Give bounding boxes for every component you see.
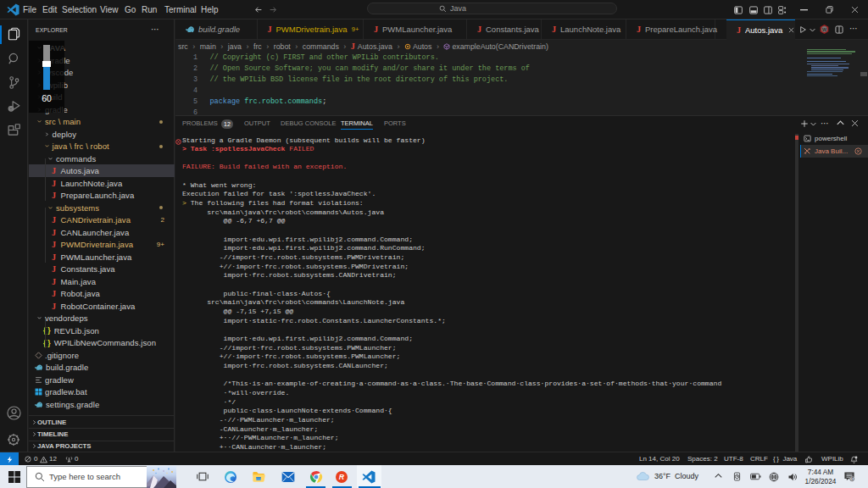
svg-text:R: R: [339, 473, 345, 481]
svg-text:4: 4: [851, 477, 854, 481]
svg-text:W: W: [822, 27, 827, 32]
